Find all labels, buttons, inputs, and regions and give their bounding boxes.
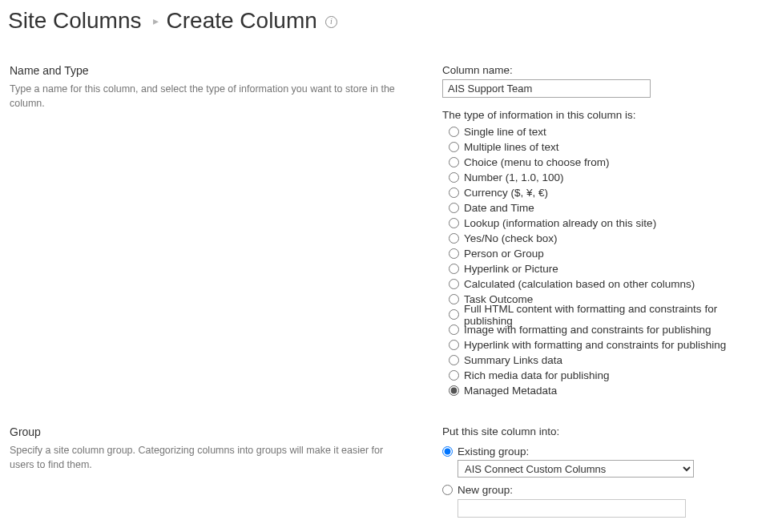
new-group-input[interactable]: [458, 499, 686, 518]
type-option: Yes/No (check box): [449, 231, 764, 246]
type-radio[interactable]: [449, 385, 459, 396]
type-radio-label[interactable]: Multiple lines of text: [464, 141, 559, 153]
section-group: Group Specify a site column group. Categ…: [10, 425, 764, 518]
type-radio[interactable]: [449, 157, 459, 167]
type-radio-label[interactable]: Hyperlink or Picture: [464, 263, 558, 275]
type-radio[interactable]: [449, 264, 459, 274]
type-radio[interactable]: [449, 309, 459, 320]
type-option: Summary Links data: [449, 353, 764, 368]
type-option: Lookup (information already on this site…: [449, 216, 764, 231]
type-radio[interactable]: [449, 355, 459, 365]
column-type-label: The type of information in this column i…: [442, 109, 764, 121]
group-heading: Group: [10, 425, 410, 438]
page-title: Create Column: [167, 8, 317, 34]
type-option: Currency ($, ¥, €): [449, 185, 764, 200]
type-radio-label[interactable]: Yes/No (check box): [464, 232, 558, 244]
new-group-radio[interactable]: [442, 485, 453, 495]
type-radio-label[interactable]: Lookup (information already on this site…: [464, 217, 656, 229]
type-radio-label[interactable]: Date and Time: [464, 202, 534, 214]
type-radio-label[interactable]: Hyperlink with formatting and constraint…: [464, 339, 726, 351]
type-radio-label[interactable]: Summary Links data: [464, 354, 562, 366]
type-radio[interactable]: [449, 294, 459, 304]
type-radio[interactable]: [449, 127, 459, 137]
type-option: Rich media data for publishing: [449, 368, 764, 383]
type-radio-label[interactable]: Managed Metadata: [464, 385, 557, 397]
name-type-description: Type a name for this column, and select …: [10, 82, 410, 111]
type-radio-label[interactable]: Number (1, 1.0, 100): [464, 171, 564, 183]
type-option: Multiple lines of text: [449, 139, 764, 155]
type-option: Single line of text: [449, 124, 764, 139]
breadcrumb-separator-icon: ▸: [153, 10, 159, 32]
page-header: Site Columns ▸ Create Column i: [8, 8, 764, 34]
type-radio[interactable]: [449, 142, 459, 152]
type-option: Number (1, 1.0, 100): [449, 170, 764, 185]
type-radio[interactable]: [449, 279, 459, 289]
type-radio[interactable]: [449, 218, 459, 228]
type-radio-label[interactable]: Calculated (calculation based on other c…: [464, 278, 695, 290]
section-name-and-type: Name and Type Type a name for this colum…: [10, 64, 764, 398]
existing-group-label[interactable]: Existing group:: [458, 445, 529, 457]
type-radio-label[interactable]: Person or Group: [464, 248, 544, 260]
group-description: Specify a site column group. Categorizin…: [10, 443, 410, 472]
info-icon[interactable]: i: [325, 16, 337, 28]
type-option: Hyperlink with formatting and constraint…: [449, 337, 764, 353]
column-name-input[interactable]: [442, 79, 651, 98]
type-option: Calculated (calculation based on other c…: [449, 276, 764, 292]
column-type-radiolist: Single line of textMultiple lines of tex…: [449, 124, 764, 398]
type-radio-label[interactable]: Currency ($, ¥, €): [464, 187, 548, 199]
new-group-label[interactable]: New group:: [458, 484, 513, 496]
type-option: Date and Time: [449, 200, 764, 216]
type-radio-label[interactable]: Choice (menu to choose from): [464, 156, 610, 168]
type-radio[interactable]: [449, 172, 459, 183]
type-radio[interactable]: [449, 370, 459, 381]
breadcrumb-site-columns[interactable]: Site Columns: [8, 8, 142, 34]
type-radio[interactable]: [449, 340, 459, 350]
type-radio-label[interactable]: Image with formatting and constraints fo…: [464, 324, 711, 336]
existing-group-select[interactable]: AIS Connect Custom Columns: [458, 460, 694, 478]
name-type-heading: Name and Type: [10, 64, 410, 77]
type-radio-label[interactable]: Single line of text: [464, 126, 546, 138]
type-option: Person or Group: [449, 246, 764, 261]
existing-group-radio[interactable]: [442, 446, 453, 457]
type-radio[interactable]: [449, 233, 459, 244]
type-radio[interactable]: [449, 187, 459, 198]
group-put-into-label: Put this site column into:: [442, 425, 764, 437]
type-option: Managed Metadata: [449, 383, 764, 398]
type-radio[interactable]: [449, 324, 459, 335]
column-name-label: Column name:: [442, 64, 764, 76]
type-option: Hyperlink or Picture: [449, 261, 764, 276]
type-radio-label[interactable]: Full HTML content with formatting and co…: [464, 303, 764, 327]
type-radio[interactable]: [449, 248, 459, 259]
type-option: Full HTML content with formatting and co…: [449, 307, 764, 322]
type-radio[interactable]: [449, 203, 459, 213]
type-option: Choice (menu to choose from): [449, 155, 764, 170]
type-radio-label[interactable]: Rich media data for publishing: [464, 369, 610, 381]
